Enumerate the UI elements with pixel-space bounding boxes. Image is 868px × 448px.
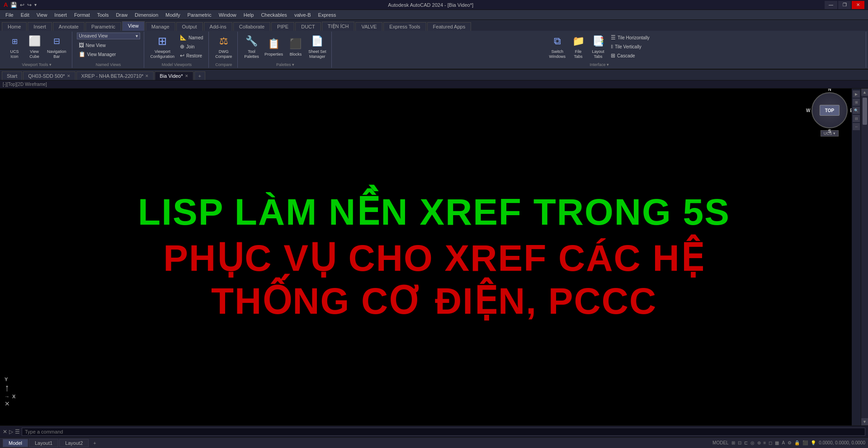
tab-duct[interactable]: DUCT [295,22,321,31]
menu-draw[interactable]: Draw [112,11,131,19]
tab-pipe[interactable]: PIPE [271,22,294,31]
tab-qh03[interactable]: QH03-SDD 500* ✕ [23,71,75,80]
vertical-scrollbar[interactable]: ▲ ▼ [861,89,868,425]
unsaved-view-dropdown[interactable]: Unsaved View ▾ [77,33,140,39]
join-button[interactable]: ⊕ Join [178,42,205,51]
quick-access-save[interactable]: 💾 [10,2,17,8]
status-hardware-icon[interactable]: ⬛ [802,440,808,445]
dwg-compare-button[interactable]: ⚖ DWGCompare [213,33,234,61]
layout-tabs-button[interactable]: 📑 LayoutTabs [589,33,607,61]
tab-bia-video[interactable]: Bia Video* ✕ [155,71,193,80]
compass-top-button[interactable]: TOP [820,105,840,116]
switch-windows-button[interactable]: ⧉ SwitchWindows [547,33,568,61]
ucs-icon-button[interactable]: ⊞ UCSIcon [5,33,24,61]
menu-modify[interactable]: Modify [162,11,184,19]
tab-xrep[interactable]: XREP - NHA BETA-220710* ✕ [76,71,154,80]
menu-tools[interactable]: Tools [94,11,113,19]
status-lock-icon[interactable]: 🔒 [794,440,800,445]
viewport-tools-dropdown[interactable]: Viewport Tools ▾ [22,62,52,67]
sidebar-icon-2[interactable]: ⊞ [853,99,860,106]
close-button[interactable]: ✕ [852,1,864,9]
sidebar-icon-1[interactable]: ▶ [853,90,860,98]
tab-xrep-close[interactable]: ✕ [145,74,149,78]
minimize-button[interactable]: — [825,1,837,9]
quick-access-undo[interactable]: ↩ [20,2,24,8]
drawing-canvas[interactable]: LISP LÀM NỀN XREF TRONG 5S PHỤC VỤ CHO X… [0,89,868,425]
menu-help[interactable]: Help [240,11,258,19]
menu-insert[interactable]: Insert [51,11,71,19]
status-snap-icon[interactable]: ⊡ [738,440,741,445]
status-annotation-icon[interactable]: A [782,440,785,445]
menu-edit[interactable]: Edit [17,11,33,19]
blocks-button[interactable]: ⬛ Blocks [287,35,305,58]
tab-parametric[interactable]: Parametric [85,22,121,31]
tab-express-tools[interactable]: Express Tools [383,22,426,31]
status-model-label[interactable]: MODEL [712,440,729,445]
status-grid-icon[interactable]: ⊞ [731,440,735,445]
navigation-bar-button[interactable]: ⊟ NavigationBar [45,33,68,61]
command-close-icon[interactable]: ✕ [3,429,7,435]
restore-button[interactable]: ↩ Restore [178,52,205,60]
view-manager-button[interactable]: 📋 View Manager [77,50,118,58]
quick-access-more[interactable]: ▾ [34,2,37,7]
command-input[interactable] [22,428,865,436]
restore-button[interactable]: ❐ [838,1,851,9]
status-osnap-icon[interactable]: ⊚ [757,440,761,445]
file-tabs-button[interactable]: 📁 FileTabs [569,33,587,61]
tab-qh03-close[interactable]: ✕ [67,74,71,78]
tab-home[interactable]: Home [2,22,27,31]
status-tab-model[interactable]: Model [3,439,28,447]
menu-express[interactable]: Express [315,11,340,19]
menu-view[interactable]: View [33,11,51,19]
scroll-up-button[interactable]: ▲ [861,89,868,96]
tool-palettes-button[interactable]: 🔧 ToolPalettes [242,33,261,61]
scroll-thumb[interactable] [863,98,867,125]
tab-annotate[interactable]: Annotate [53,22,85,31]
status-polar-icon[interactable]: ◎ [750,440,755,445]
menu-valve-b[interactable]: valve-B [291,11,315,19]
status-isolate-icon[interactable]: 💡 [811,440,816,445]
tab-view[interactable]: View [122,21,145,31]
menu-dimension[interactable]: Dimension [131,11,162,19]
sidebar-icon-4[interactable]: ⊟ [853,115,860,122]
tile-vertically-button[interactable]: ⫴ Tile Vertically [609,42,651,51]
status-lineweight-icon[interactable]: ≡ [764,440,766,445]
tab-collaborate[interactable]: Collaborate [233,22,270,31]
tab-output[interactable]: Output [176,22,203,31]
named-button[interactable]: 📐 Named [178,33,205,42]
quick-access-redo[interactable]: ↪ [27,2,32,8]
tab-start[interactable]: Start [2,71,22,80]
status-selection-icon[interactable]: ▦ [775,440,779,445]
status-tab-layout2[interactable]: Layout2 [59,439,89,447]
tab-tienich[interactable]: TIỆN ÍCH [322,22,355,31]
status-ortho-icon[interactable]: ⊏ [744,440,748,445]
tab-addins[interactable]: Add-ins [204,22,232,31]
tab-featured-apps[interactable]: Featured Apps [427,22,472,31]
command-run-icon[interactable]: ▷ [9,429,13,435]
menu-file[interactable]: File [2,11,17,19]
cascade-button[interactable]: ⊞ Cascade [609,52,651,60]
sidebar-icon-3[interactable]: 🔍 [853,107,860,114]
status-tab-layout1[interactable]: Layout1 [29,439,58,447]
scroll-down-button[interactable]: ▼ [861,418,868,425]
tab-add-button[interactable]: + [194,71,205,80]
status-transparency-icon[interactable]: ◻ [769,440,772,445]
viewport-configuration-button[interactable]: ⊞ ViewportConfiguration [149,33,177,61]
menu-format[interactable]: Format [71,11,94,19]
menu-checkables[interactable]: Checkables [257,11,290,19]
tab-bia-video-close[interactable]: ✕ [185,74,189,78]
new-view-button[interactable]: 🖼 New View [77,41,108,49]
tab-manage[interactable]: Manage [146,22,175,31]
tab-valve[interactable]: VALVE [355,22,382,31]
menu-parametric[interactable]: Parametric [184,11,215,19]
command-menu-icon[interactable]: ☰ [15,429,20,435]
status-workspace-icon[interactable]: ⚙ [788,440,792,445]
tile-horizontally-button[interactable]: ☰ Tile Horizontally [609,33,651,42]
sheet-set-manager-button[interactable]: 📄 Sheet SetManager [307,33,328,61]
status-tab-add[interactable]: + [90,439,99,447]
view-cube-button[interactable]: ⬜ ViewCube [25,33,43,61]
tab-insert[interactable]: Insert [28,22,52,31]
properties-button[interactable]: 📋 Properties [263,35,285,58]
sidebar-icon-5[interactable]: ↔ [853,123,860,130]
menu-window[interactable]: Window [215,11,240,19]
